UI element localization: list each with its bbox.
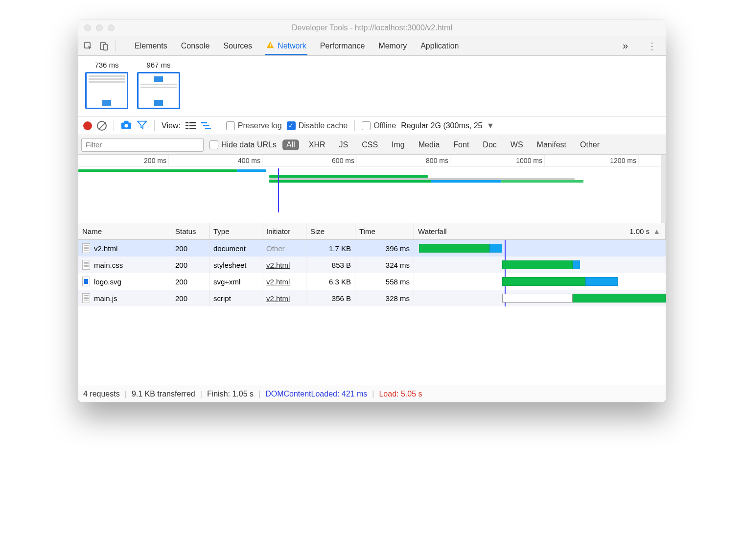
col-initiator[interactable]: Initiator xyxy=(262,223,306,239)
col-waterfall[interactable]: Waterfall 1.00 s ▲ xyxy=(414,223,666,239)
inspect-element-icon[interactable] xyxy=(82,40,94,52)
initiator-link[interactable]: v2.html xyxy=(266,294,290,303)
status-requests: 4 requests xyxy=(83,390,120,398)
initiator-link[interactable]: v2.html xyxy=(266,278,290,286)
col-waterfall-label: Waterfall xyxy=(418,227,447,235)
large-rows-icon[interactable] xyxy=(186,121,196,130)
filter-bar: Hide data URLs AllXHRJSCSSImgMediaFontDo… xyxy=(78,135,666,155)
svg-rect-6 xyxy=(124,120,128,123)
filmstrip-thumbnail xyxy=(85,72,128,109)
disable-cache-option[interactable]: Disable cache xyxy=(287,121,348,130)
tab-performance[interactable]: Performance xyxy=(319,38,366,54)
window-minimize-icon[interactable] xyxy=(96,24,103,31)
warning-icon xyxy=(266,41,275,51)
toolbar-separator xyxy=(219,120,219,131)
tab-network[interactable]: Network xyxy=(265,37,307,55)
window-zoom-icon[interactable] xyxy=(108,24,115,31)
image-file-icon xyxy=(82,277,90,286)
panel-tabs: ElementsConsoleSourcesNetworkPerformance… xyxy=(78,36,666,56)
devtools-window: Developer Tools - http://localhost:3000/… xyxy=(78,20,666,402)
type-filter-js[interactable]: JS xyxy=(335,140,352,150)
cell-size: 853 B xyxy=(306,257,355,273)
hide-data-urls-option[interactable]: Hide data URLs xyxy=(209,140,277,149)
tab-memory[interactable]: Memory xyxy=(377,38,408,54)
filmstrip-frame[interactable]: 736 ms xyxy=(85,61,128,109)
status-transferred: 9.1 KB transferred xyxy=(132,390,195,398)
cell-time: 324 ms xyxy=(355,257,414,273)
offline-option[interactable]: Offline xyxy=(362,121,396,130)
col-time[interactable]: Time xyxy=(355,223,414,239)
disable-cache-label: Disable cache xyxy=(299,121,348,130)
type-filter-css[interactable]: CSS xyxy=(358,140,382,150)
tab-application[interactable]: Application xyxy=(419,38,460,54)
cell-name: v2.html xyxy=(78,240,171,257)
timeline-bars xyxy=(78,168,666,212)
col-status[interactable]: Status xyxy=(171,223,209,239)
cell-type: script xyxy=(209,290,262,306)
table-row[interactable]: v2.html200documentOther1.7 KB396 ms xyxy=(78,240,666,257)
cell-size: 356 B xyxy=(306,290,355,306)
col-type[interactable]: Type xyxy=(209,223,262,239)
screenshot-toggle-icon[interactable] xyxy=(121,120,132,132)
status-domcontentloaded: DOMContentLoaded: 421 ms xyxy=(265,390,367,398)
type-filter-doc[interactable]: Doc xyxy=(479,140,500,150)
throttling-select[interactable]: Regular 2G (300ms, 25 ▼ xyxy=(401,121,494,130)
file-name: main.js xyxy=(94,294,117,303)
cell-initiator: Other xyxy=(262,240,306,257)
waterfall-scale: 1.00 s xyxy=(629,227,650,235)
preserve-log-checkbox[interactable] xyxy=(226,121,235,130)
file-name: v2.html xyxy=(94,244,117,253)
tabs-overflow-icon[interactable]: » xyxy=(620,40,631,51)
device-toolbar-icon[interactable] xyxy=(98,40,110,52)
disable-cache-checkbox[interactable] xyxy=(287,121,296,130)
window-close-icon[interactable] xyxy=(84,24,91,31)
filter-toggle-icon[interactable] xyxy=(137,120,147,132)
tab-sources[interactable]: Sources xyxy=(222,38,253,54)
svg-rect-16 xyxy=(205,128,211,129)
type-filter-media[interactable]: Media xyxy=(415,140,444,150)
throttling-value: Regular 2G (300ms, 25 xyxy=(401,121,482,130)
filmstrip: 736 ms 967 ms xyxy=(78,56,666,117)
svg-rect-4 xyxy=(270,46,271,47)
cell-initiator: v2.html xyxy=(262,290,306,306)
tab-console[interactable]: Console xyxy=(180,38,211,54)
clear-button[interactable] xyxy=(97,121,107,131)
type-filter-manifest[interactable]: Manifest xyxy=(533,140,570,150)
svg-rect-15 xyxy=(203,125,209,126)
timeline-ruler: 200 ms400 ms600 ms800 ms1000 ms1200 ms xyxy=(78,155,666,166)
type-filter-xhr[interactable]: XHR xyxy=(305,140,329,150)
type-filter-font[interactable]: Font xyxy=(449,140,473,150)
overview-scrollbar[interactable] xyxy=(661,155,666,223)
tab-elements[interactable]: Elements xyxy=(134,38,168,54)
type-filter-all[interactable]: All xyxy=(282,140,299,150)
timeline-overview[interactable]: 200 ms400 ms600 ms800 ms1000 ms1200 ms xyxy=(78,155,666,223)
waterfall-bar xyxy=(419,244,489,253)
toolbar-separator xyxy=(116,41,116,51)
table-row[interactable]: main.css200stylesheetv2.html853 B324 ms xyxy=(78,257,666,273)
preserve-log-option[interactable]: Preserve log xyxy=(226,121,282,130)
table-row[interactable]: logo.svg200svg+xmlv2.html6.3 KB558 ms xyxy=(78,273,666,290)
cell-status: 200 xyxy=(171,257,209,273)
ruler-tick: 200 ms xyxy=(144,157,166,164)
more-options-icon[interactable]: ⋮ xyxy=(643,40,662,52)
col-name[interactable]: Name xyxy=(78,223,171,239)
file-name: logo.svg xyxy=(94,278,121,286)
type-filter-ws[interactable]: WS xyxy=(507,140,527,150)
waterfall-view-icon[interactable] xyxy=(201,121,212,130)
waterfall-bar xyxy=(585,277,618,286)
record-button[interactable] xyxy=(83,121,92,130)
document-file-icon xyxy=(82,243,90,253)
type-filter-img[interactable]: Img xyxy=(388,140,409,150)
status-bar: 4 requests| 9.1 KB transferred| Finish: … xyxy=(78,385,666,402)
col-size[interactable]: Size xyxy=(306,223,355,239)
filter-input[interactable] xyxy=(81,138,204,152)
filmstrip-frame[interactable]: 967 ms xyxy=(137,61,180,109)
cell-size: 6.3 KB xyxy=(306,273,355,290)
initiator-link[interactable]: v2.html xyxy=(266,261,290,269)
type-filter-other[interactable]: Other xyxy=(576,140,604,150)
hide-data-urls-checkbox[interactable] xyxy=(209,140,218,149)
offline-checkbox[interactable] xyxy=(362,121,371,130)
cell-waterfall xyxy=(414,290,666,306)
table-row[interactable]: main.js200scriptv2.html356 B328 ms xyxy=(78,290,666,306)
resource-type-filters: AllXHRJSCSSImgMediaFontDocWSManifestOthe… xyxy=(282,140,604,150)
